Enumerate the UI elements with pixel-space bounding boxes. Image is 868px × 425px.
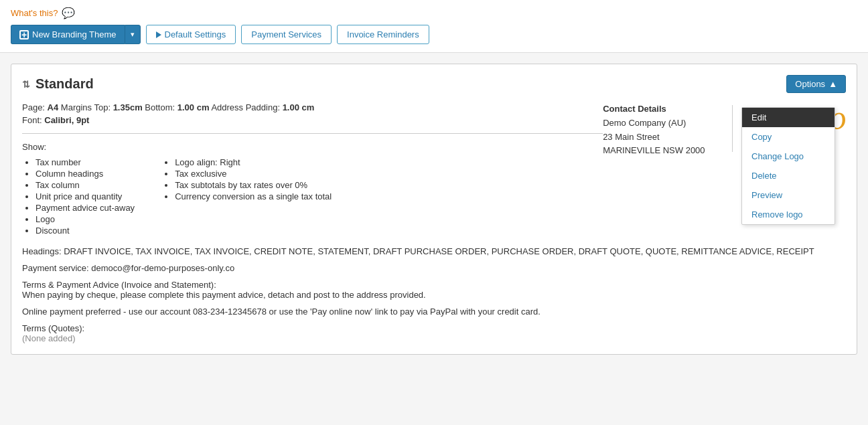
list-item: Column headings — [35, 169, 135, 179]
headings-section: Headings: DRAFT INVOICE, TAX INVOICE, TA… — [22, 246, 846, 256]
new-branding-theme-button[interactable]: + New Branding Theme — [11, 25, 125, 44]
bottom-label: Bottom: — [145, 102, 177, 112]
list-item: Discount — [35, 226, 135, 236]
address-padding-label: Address Padding: — [211, 102, 282, 112]
default-settings-label: Default Settings — [165, 29, 226, 39]
main-content: ⇅ Standard Options ▲ Edit Copy Change Lo… — [0, 53, 868, 365]
terms2-body: Online payment preferred - use our accou… — [22, 307, 846, 317]
contact-separator — [732, 105, 733, 152]
page-info-line1: Page: A4 Margins Top: 1.35cm Bottom: 1.0… — [22, 102, 603, 112]
left-info: Page: A4 Margins Top: 1.35cm Bottom: 1.0… — [22, 102, 603, 237]
show-list-left: Tax number Column headings Tax column Un… — [35, 157, 135, 237]
list-item: Currency conversion as a single tax tota… — [175, 191, 332, 201]
margins-top-value: 1.35cm — [113, 102, 143, 112]
payment-services-label: Payment Services — [251, 29, 321, 39]
options-label: Options — [795, 79, 825, 89]
new-branding-theme-dropdown-arrow[interactable]: ▾ — [125, 25, 141, 44]
payment-services-button[interactable]: Payment Services — [241, 25, 332, 44]
invoice-reminders-label: Invoice Reminders — [347, 29, 419, 39]
page-info-line2: Font: Calibri, 9pt — [22, 115, 603, 125]
options-button[interactable]: Options ▲ — [786, 75, 846, 93]
new-branding-theme-label: New Branding Theme — [32, 29, 117, 39]
payment-service-value: democo@for-demo-purposes-only.co — [91, 263, 234, 273]
contact-block: Contact Details Demo Company (AU) 23 Mai… — [603, 102, 705, 158]
card-header: ⇅ Standard Options ▲ Edit Copy Change Lo… — [22, 75, 846, 93]
font-label: Font: — [22, 115, 44, 125]
contact-address2: MARINEVILLE NSW 2000 — [603, 144, 705, 158]
sort-icon: ⇅ — [22, 79, 30, 90]
contact-title: Contact Details — [603, 102, 705, 116]
what-this-text[interactable]: What's this? — [11, 8, 58, 18]
list-item: Unit price and quantity — [35, 191, 135, 201]
terms-section: Terms & Payment Advice (Invoice and Stat… — [22, 280, 846, 300]
copy-option[interactable]: Copy — [742, 127, 835, 147]
list-item: Payment advice cut-away — [35, 203, 135, 213]
change-logo-option[interactable]: Change Logo — [742, 147, 835, 166]
page-value: A4 — [48, 102, 59, 112]
standard-title: Standard — [35, 76, 94, 92]
show-lists: Tax number Column headings Tax column Un… — [22, 157, 603, 237]
preview-option[interactable]: Preview — [742, 185, 835, 205]
plus-icon: + — [19, 30, 29, 39]
contact-address1: 23 Main Street — [603, 131, 705, 145]
payment-service-label: Payment service: — [22, 263, 89, 273]
show-label: Show: — [22, 142, 46, 152]
contact-company: Demo Company (AU) — [603, 116, 705, 131]
show-section: Show: Tax number Column headings Tax col… — [22, 142, 603, 237]
terms3-section: Terms (Quotes): (None added) — [22, 323, 846, 343]
payment-section: Payment service: democo@for-demo-purpose… — [22, 263, 846, 273]
terms3-title: Terms (Quotes): — [22, 323, 846, 333]
what-this-link[interactable]: What's this? 💬 — [11, 7, 857, 19]
top-contact-layout: Page: A4 Margins Top: 1.35cm Bottom: 1.0… — [22, 102, 846, 237]
page-label: Page: — [22, 102, 48, 112]
list-item: Tax exclusive — [175, 169, 332, 179]
terms1-body: When paying by cheque, please complete t… — [22, 290, 846, 300]
remove-logo-option[interactable]: Remove logo — [742, 205, 835, 224]
options-dropdown: Edit Copy Change Logo Delete Preview Rem… — [741, 107, 835, 225]
chevron-up-icon: ▲ — [828, 79, 837, 89]
terms2-section: Online payment preferred - use our accou… — [22, 307, 846, 317]
toolbar: + New Branding Theme ▾ Default Settings … — [11, 25, 857, 48]
address-padding-value: 1.00 cm — [283, 102, 315, 112]
list-item: Logo align: Right — [175, 157, 332, 167]
list-item: Tax column — [35, 180, 135, 190]
headings-text: Headings: DRAFT INVOICE, TAX INVOICE, TA… — [22, 246, 814, 256]
show-list-right: Logo align: Right Tax exclusive Tax subt… — [175, 157, 332, 237]
margins-top-label: Margins Top: — [61, 102, 113, 112]
list-item: Tax number — [35, 157, 135, 167]
play-icon — [156, 31, 161, 38]
invoice-reminders-button[interactable]: Invoice Reminders — [337, 25, 429, 44]
edit-option[interactable]: Edit — [742, 108, 835, 127]
terms3-body: (None added) — [22, 333, 846, 343]
terms1-title: Terms & Payment Advice (Invoice and Stat… — [22, 280, 846, 290]
card-title: ⇅ Standard — [22, 76, 94, 92]
new-branding-theme-group: + New Branding Theme ▾ — [11, 25, 141, 44]
font-value: Calibri, 9pt — [44, 115, 89, 125]
speech-bubble-icon: 💬 — [62, 7, 75, 19]
standard-card: ⇅ Standard Options ▲ Edit Copy Change Lo… — [11, 64, 857, 355]
list-item: Logo — [35, 214, 135, 224]
bottom-value: 1.00 cm — [177, 102, 210, 112]
delete-option[interactable]: Delete — [742, 166, 835, 185]
default-settings-button[interactable]: Default Settings — [146, 25, 236, 44]
list-item: Tax subtotals by tax rates over 0% — [175, 180, 332, 190]
